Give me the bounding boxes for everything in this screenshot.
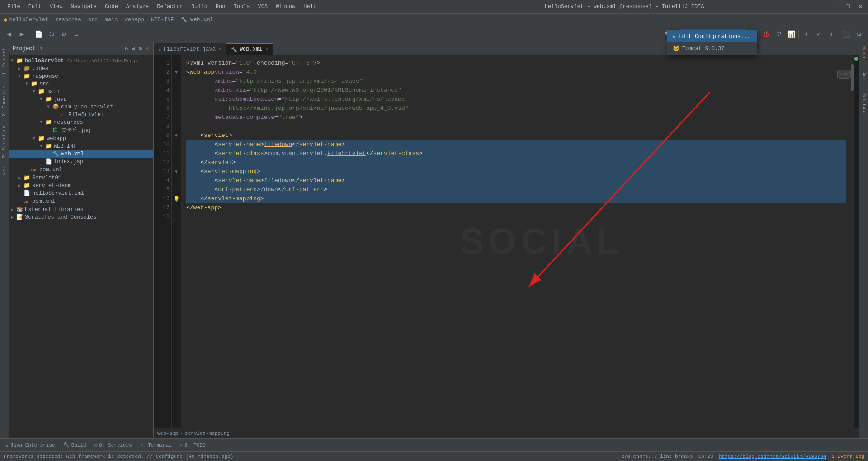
- menu-view[interactable]: View: [46, 3, 66, 11]
- breadcrumb-response[interactable]: response: [55, 17, 81, 23]
- tree-item-indexjsp[interactable]: ▶ 📄 index.jsp: [9, 158, 153, 165]
- editor-breadcrumb: web-app › servlet-mapping: [154, 428, 859, 438]
- forward-button[interactable]: ▶: [16, 29, 27, 40]
- maximize-button[interactable]: □: [844, 3, 851, 10]
- menu-build[interactable]: Build: [188, 3, 211, 11]
- tomcat-config-item[interactable]: 🐱 Tomcat 9.0.37: [667, 42, 757, 55]
- tree-item-resources[interactable]: ▼ 📁 resources: [9, 118, 153, 126]
- profile-button[interactable]: 📊: [786, 29, 797, 40]
- breadcrumb-webapp-inner[interactable]: web-app: [157, 431, 178, 436]
- panel-dropdown-arrow[interactable]: ▼: [40, 46, 42, 51]
- menu-run[interactable]: Run: [212, 3, 229, 11]
- menu-refactor[interactable]: Refactor: [153, 3, 187, 11]
- tree-item-response[interactable]: ▼ 📁 response: [9, 72, 153, 80]
- layout-button[interactable]: ⬛: [841, 29, 852, 40]
- vcs-push-button[interactable]: ⬆: [826, 29, 837, 40]
- sync-icon[interactable]: ↻: [124, 44, 129, 53]
- breadcrumb-servlet-mapping[interactable]: servlet-mapping: [185, 431, 230, 436]
- tree-item-package[interactable]: ▼ 📦 com.yuan.servlet: [9, 103, 153, 111]
- code-line-6: http://xmlns.jcp.org/xml/ns/javaee/web-a…: [186, 104, 846, 113]
- tree-item-webinf[interactable]: ▼ 📁 WEB-INF: [9, 142, 153, 150]
- services-tab[interactable]: ⚙ 8: Services: [91, 441, 136, 449]
- tab-fileservlet[interactable]: ☕ FileSrtvlet.java ✕: [154, 43, 226, 55]
- breadcrumb-webapp[interactable]: webapp: [125, 17, 144, 23]
- tree-item-servletdeom[interactable]: ▶ 📁 servlet-deom: [9, 182, 153, 189]
- maven-side-tab[interactable]: Maven: [860, 44, 867, 61]
- code-line-15: <url-pattern>/down</url-pattern>: [186, 185, 846, 194]
- minimize-button[interactable]: ─: [831, 3, 839, 10]
- project-structure-button[interactable]: 🗂: [46, 29, 57, 40]
- maven-mini-panel[interactable]: m ✕: [837, 70, 851, 79]
- settings-button[interactable]: ⚙: [58, 29, 69, 40]
- favorites-tab[interactable]: 2: Favorites: [1, 80, 8, 120]
- collapse-icon[interactable]: ⊟: [131, 44, 136, 53]
- settings-icon[interactable]: ⚙: [138, 44, 143, 53]
- event-log[interactable]: 2 Event Log: [831, 454, 864, 459]
- menu-file[interactable]: File: [4, 3, 24, 11]
- maven-close[interactable]: ✕: [845, 71, 848, 77]
- close-button[interactable]: ✕: [857, 3, 864, 10]
- scrollbar-thumb[interactable]: [851, 64, 854, 91]
- edit-configurations-item[interactable]: ✏ Edit Configurations...: [667, 30, 757, 42]
- tab-webxml-close[interactable]: ✕: [265, 47, 268, 52]
- web-tab[interactable]: Web: [1, 164, 8, 179]
- menu-help[interactable]: Help: [300, 3, 320, 11]
- hide-icon[interactable]: ✕: [145, 44, 150, 53]
- debug-button[interactable]: 🐞: [760, 29, 771, 40]
- recent-files-button[interactable]: 📄: [33, 29, 44, 40]
- breadcrumb-webinf[interactable]: WEB-INF: [151, 17, 174, 23]
- menu-tools[interactable]: Tools: [230, 3, 254, 11]
- code-content[interactable]: <?xml version="1.0" encoding="UTF-8"?> <…: [181, 55, 850, 428]
- tree-item-servlet01[interactable]: ▶ 📁 Servlet01: [9, 174, 153, 182]
- menu-bar[interactable]: File Edit View Navigate Code Analyze Ref…: [4, 3, 417, 11]
- tree-item-iml[interactable]: ▶ 📄 helloServlet.iml: [9, 189, 153, 197]
- tree-item-java[interactable]: ▼ 📁 java: [9, 95, 153, 103]
- tree-item-fileservlet[interactable]: ▶ ☕ FileSrtvlet: [9, 111, 153, 118]
- breadcrumb-main[interactable]: main: [105, 17, 118, 23]
- window-controls[interactable]: ─ □ ✕: [831, 3, 864, 10]
- todo-tab[interactable]: ✓ 6: TODO: [176, 441, 209, 449]
- menu-navigate[interactable]: Navigate: [67, 3, 100, 11]
- back-button[interactable]: ◀: [4, 29, 14, 40]
- java-enterprise-tab[interactable]: ☕ Java Enterprise: [2, 441, 59, 449]
- tree-item-src[interactable]: ▼ 📁 src: [9, 80, 153, 88]
- edit-config-icon: ✏: [673, 33, 676, 40]
- code-editor[interactable]: SOCIAL 1 2 3 4 5 6 7 8 9 10 11 12 13 14 …: [154, 55, 859, 428]
- menu-analyze[interactable]: Analyze: [123, 3, 152, 11]
- tree-item-pomxml-root[interactable]: ▶ ㎝ pom.xml: [9, 197, 153, 206]
- menu-edit[interactable]: Edit: [25, 3, 45, 11]
- menu-code[interactable]: Code: [101, 3, 122, 11]
- tree-item-webxml[interactable]: ▶ 🔧 web.xml: [9, 150, 153, 158]
- tree-item-webapp[interactable]: ▼ 📁 webapp: [9, 135, 153, 142]
- vcs-commit-button[interactable]: ✓: [813, 29, 824, 40]
- terminal-tab[interactable]: >_ Terminal: [137, 442, 175, 449]
- menu-window[interactable]: Window: [272, 3, 299, 11]
- ant-side-tab[interactable]: Ant: [860, 71, 867, 82]
- tree-item-pikachu[interactable]: ▶ 🖼 皮卡丘.jpg: [9, 126, 153, 135]
- status-indicator: [854, 57, 858, 61]
- tree-item-pomxml-response[interactable]: ▶ ㎝ pom.xml: [9, 165, 153, 174]
- build-label: Build: [71, 442, 86, 448]
- build-tab[interactable]: 🔨 Build: [60, 441, 90, 449]
- breadcrumb-helloservlet[interactable]: helloServlet: [9, 17, 48, 23]
- breadcrumb-src[interactable]: src: [88, 17, 98, 23]
- editor-scrollbar[interactable]: [850, 55, 854, 428]
- tree-item-helloservlet[interactable]: ▼ 📁 helloServlet C:\Users\86147\IdeaProj…: [9, 57, 153, 65]
- tree-item-ext-libs[interactable]: ▶ 📚 External Libraries: [9, 206, 153, 213]
- menu-vcs[interactable]: VCS: [255, 3, 272, 11]
- status-link[interactable]: https://blog.csdnnet/weixiin/4593784: [719, 454, 826, 459]
- tree-item-scratches[interactable]: ▶ 📝 Scratches and Consoles: [9, 213, 153, 221]
- tree-item-main[interactable]: ▼ 📁 main: [9, 88, 153, 95]
- code-line-10: <servlet-name>filedown</servlet-name>: [186, 140, 846, 149]
- panel-toggle-button[interactable]: ⊟: [71, 29, 82, 40]
- tree-item-idea[interactable]: ▶ 📁 .idea: [9, 65, 153, 72]
- database-side-tab[interactable]: Database: [860, 91, 867, 117]
- project-tab[interactable]: 1: Project: [1, 44, 8, 79]
- coverage-button[interactable]: 🛡: [773, 29, 784, 40]
- tab-webxml[interactable]: 🔧 web.xml ✕: [226, 43, 273, 55]
- zoom-button[interactable]: ⊞: [854, 29, 864, 40]
- structure-tab[interactable]: Z: Structure: [1, 122, 8, 162]
- breadcrumb-webxml[interactable]: 🔧 web.xml: [181, 17, 213, 23]
- tab-fileservlet-close[interactable]: ✕: [219, 47, 222, 52]
- vcs-update-button[interactable]: ⬇: [801, 29, 811, 40]
